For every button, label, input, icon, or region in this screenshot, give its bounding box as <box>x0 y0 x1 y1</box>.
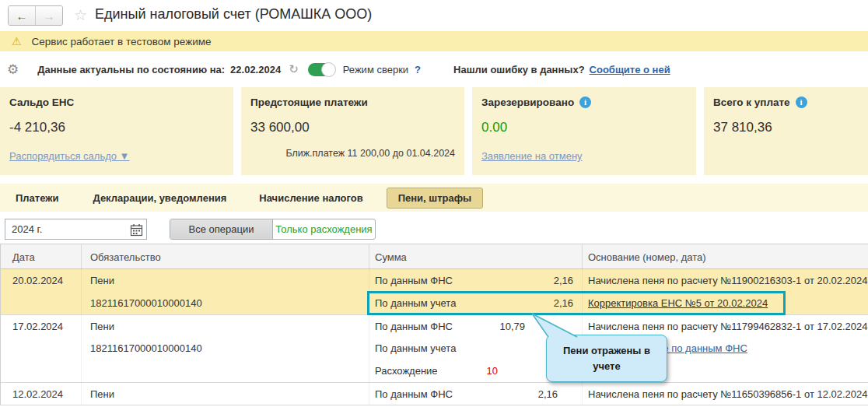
card-upcoming-payments: Предстоящие платежи 33 600,00 Ближ.плате… <box>241 87 464 175</box>
column-divider <box>369 244 369 270</box>
reconciliation-mode-toggle[interactable] <box>308 63 335 76</box>
table-row[interactable]: 18211617000010000140 По данным учета Отр… <box>0 337 868 360</box>
card-title-text: Всего к уплате <box>713 96 790 108</box>
column-divider <box>81 269 82 405</box>
tabs-bar: Платежи Декларации, уведомления Начислен… <box>0 184 868 212</box>
cell-date: 17.02.2024 <box>12 321 63 332</box>
card-title: Предстоящие платежи <box>250 96 455 108</box>
card-reserved: Зарезервированоi 0.00 Заявление на отмен… <box>472 87 696 175</box>
card-value: 33 600,00 <box>250 120 455 135</box>
column-divider <box>582 244 583 270</box>
actuality-date: 22.02.2024 <box>230 64 281 75</box>
table-row[interactable]: 12.02.2024 Пени По данным ФНС 2,16 Начис… <box>0 382 868 405</box>
cell-sum-label: По данным учета <box>375 342 456 354</box>
table-row[interactable]: Расхождение 10 <box>0 360 868 382</box>
cell-discrepancy-value: 10 <box>436 365 498 377</box>
cell-basis: Начислена пеня по расчету №11900216303-1… <box>588 275 868 286</box>
nearest-payment-note: Ближ.платеж 11 200,00 до 01.04.2024 <box>285 148 455 159</box>
cell-sum-label-discrepancy: Расхождение <box>375 365 438 377</box>
cell-obligation: Пени <box>90 321 114 332</box>
calendar-icon[interactable] <box>130 223 143 237</box>
card-total-due: Всего к уплатеi 37 810,36 <box>704 87 868 175</box>
tooltip-arrow <box>523 313 585 338</box>
toggle-knob <box>321 62 336 77</box>
cell-obligation: Пени <box>90 388 114 400</box>
card-title-text: Зарезервировано <box>481 96 574 108</box>
row-separator <box>0 405 868 405</box>
warning-icon: ⚠ <box>12 36 22 47</box>
tab-penalties-active[interactable]: Пени, штрафы <box>387 188 484 209</box>
card-value: 0.00 <box>481 120 687 135</box>
back-button[interactable]: ← <box>9 6 35 25</box>
test-mode-banner: ⚠ Сервис работает в тестовом режиме <box>0 31 868 51</box>
settings-gear-icon[interactable]: ⚙ <box>7 61 19 78</box>
toolbar: ⚙ Данные актуальны по состоянию на: 22.0… <box>0 58 868 81</box>
title-bar: ← → ☆ Единый налоговый счет (РОМАШКА ООО… <box>0 0 868 31</box>
report-error-link[interactable]: Сообщите о ней <box>590 64 670 75</box>
cancel-application-link[interactable]: Заявление на отмену <box>481 150 583 162</box>
operations-segment-control: Все операции Только расхождения <box>170 219 376 240</box>
info-icon[interactable]: i <box>579 96 591 108</box>
column-divider <box>81 244 82 270</box>
table-header: Дата Обязательство Сумма Основание (номе… <box>0 244 868 269</box>
cell-obligation-kbk: 18211617000010000140 <box>90 342 202 354</box>
tab-tax-accruals[interactable]: Начисление налогов <box>259 192 362 204</box>
period-value: 2024 г. <box>12 223 42 235</box>
cell-date: 12.02.2024 <box>12 388 63 400</box>
cell-sum-value: 2,16 <box>436 275 573 286</box>
cell-basis: Начислена пеня по расчету №11650396856-1… <box>588 388 868 400</box>
table-row[interactable]: 17.02.2024 Пени По данным ФНС 10,79 Начи… <box>0 314 868 337</box>
help-icon[interactable]: ? <box>415 64 421 75</box>
card-title: Зарезервированоi <box>481 96 687 108</box>
forward-button[interactable]: → <box>35 6 62 25</box>
card-ens-balance: Сальдо ЕНС -4 210,36 Распорядиться сальд… <box>0 87 233 175</box>
reconciliation-mode-label: Режим сверки <box>343 64 408 75</box>
filter-row: 2024 г. Все операции Только расхождения <box>0 219 868 240</box>
column-header-basis[interactable]: Основание (номер, дата) <box>588 251 706 263</box>
card-value: -4 210,36 <box>9 120 224 135</box>
dispose-balance-link[interactable]: Распорядиться сальдо ▼ <box>9 150 129 162</box>
period-input[interactable]: 2024 г. <box>5 219 147 240</box>
cell-sum-value: 2,16 <box>436 388 558 400</box>
penalties-table: Дата Обязательство Сумма Основание (номе… <box>0 244 868 405</box>
column-header-obligation[interactable]: Обязательство <box>90 251 161 263</box>
only-discrepancies-button[interactable]: Только расхождения <box>273 219 375 239</box>
card-value: 37 810,36 <box>713 120 859 135</box>
nav-button-group: ← → <box>8 5 63 26</box>
cell-basis: Начислена пеня по расчету №11799462832-1… <box>588 321 868 332</box>
cell-obligation: Пени <box>90 275 114 286</box>
error-question-label: Нашли ошибку в данных? <box>453 64 585 75</box>
penalties-tooltip: Пени отражены в учете <box>546 335 667 382</box>
table-row[interactable]: 20.02.2024 Пени По данным ФНС 2,16 Начис… <box>0 269 868 292</box>
forward-icon: → <box>44 9 55 23</box>
actuality-label: Данные актуальны по состоянию на: <box>37 64 225 75</box>
back-icon: ← <box>16 9 28 23</box>
tooltip-text: Пени отражены в учете <box>553 343 660 374</box>
page-title: Единый налоговый счет (РОМАШКА ООО) <box>95 6 372 23</box>
cell-sum-value: 10,79 <box>436 321 525 332</box>
banner-text: Сервис работает в тестовом режиме <box>32 36 212 47</box>
card-title: Сальдо ЕНС <box>9 96 224 108</box>
refresh-icon[interactable]: ↻ <box>289 62 299 76</box>
cell-obligation-kbk: 18211617000010000140 <box>90 297 202 309</box>
card-title: Всего к уплатеi <box>713 96 859 108</box>
column-divider <box>369 269 369 405</box>
highlight-frame <box>367 291 786 315</box>
cell-date: 20.02.2024 <box>12 275 63 286</box>
ens-account-window: ← → ☆ Единый налоговый счет (РОМАШКА ООО… <box>0 0 868 407</box>
column-header-date[interactable]: Дата <box>12 251 35 263</box>
tab-payments[interactable]: Платежи <box>16 192 58 204</box>
table-left-border <box>0 244 1 405</box>
info-icon[interactable]: i <box>796 96 807 108</box>
tab-declarations[interactable]: Декларации, уведомления <box>93 192 226 204</box>
favorite-star-icon[interactable]: ☆ <box>74 6 87 24</box>
column-header-sum[interactable]: Сумма <box>375 251 407 263</box>
all-operations-button[interactable]: Все операции <box>170 219 273 239</box>
